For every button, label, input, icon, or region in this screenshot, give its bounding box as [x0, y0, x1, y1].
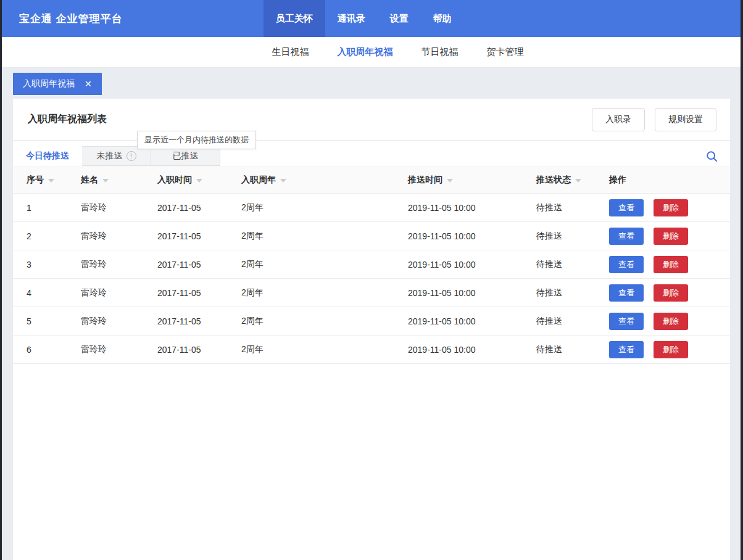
tooltip: 显示近一个月内待推送的数据: [137, 131, 256, 149]
cell-hire-date: 2017-11-05: [157, 345, 241, 355]
subnav-item-festival[interactable]: 节日祝福: [421, 46, 459, 58]
table-row: 5 雷玲玲 2017-11-05 2周年 2019-11-05 10:00 待推…: [13, 307, 730, 336]
column-header-4[interactable]: 推送时间: [408, 175, 536, 186]
cell-push-status: 待推送: [536, 231, 609, 242]
table-row: 3 雷玲玲 2017-11-05 2周年 2019-11-05 10:00 待推…: [13, 250, 730, 279]
column-header-0[interactable]: 序号: [27, 175, 81, 186]
cell-push-time: 2019-11-05 10:00: [408, 231, 536, 241]
cell-anniversary: 2周年: [241, 316, 408, 327]
column-header-3[interactable]: 入职周年: [241, 175, 408, 186]
delete-button[interactable]: 删除: [654, 284, 688, 302]
sort-caret-icon: [48, 179, 54, 183]
top-bar: 宝企通 企业管理平台 员工关怀 通讯录 设置 帮助: [2, 0, 741, 37]
nav-item-help[interactable]: 帮助: [421, 0, 464, 37]
nav-item-settings[interactable]: 设置: [378, 0, 421, 37]
table-row: 2 雷玲玲 2017-11-05 2周年 2019-11-05 10:00 待推…: [13, 222, 730, 250]
sort-caret-icon: [280, 179, 286, 183]
delete-button[interactable]: 删除: [654, 199, 688, 216]
tab-bar-spacer: [220, 146, 706, 166]
view-button[interactable]: 查看: [609, 256, 644, 273]
delete-button[interactable]: 删除: [654, 256, 688, 273]
column-header-5[interactable]: 推送状态: [536, 175, 609, 186]
view-button[interactable]: 查看: [609, 341, 644, 358]
subnav-item-birthday[interactable]: 生日祝福: [272, 46, 309, 58]
cell-name: 雷玲玲: [81, 231, 157, 242]
secondary-nav: 生日祝福 入职周年祝福 节日祝福 贺卡管理: [2, 37, 741, 68]
table-header-row: 序号姓名入职时间入职周年推送时间推送状态操作: [13, 167, 730, 194]
cell-push-time: 2019-11-05 10:00: [408, 345, 536, 355]
nav-item-contacts[interactable]: 通讯录: [325, 0, 378, 37]
view-button[interactable]: 查看: [609, 228, 644, 245]
cell-push-status: 待推送: [536, 344, 609, 355]
rule-settings-button[interactable]: 规则设置: [655, 108, 716, 131]
onboarding-record-button[interactable]: 入职录: [592, 108, 645, 131]
delete-button[interactable]: 删除: [654, 341, 688, 358]
delete-button[interactable]: 删除: [654, 313, 688, 330]
cell-push-time: 2019-11-05 10:00: [408, 316, 536, 326]
cell-name: 雷玲玲: [81, 344, 157, 355]
open-tab-chip-label: 入职周年祝福: [23, 78, 75, 89]
table-body: 1 雷玲玲 2017-11-05 2周年 2019-11-05 10:00 待推…: [13, 194, 730, 364]
cell-actions: 查看 删除: [609, 256, 730, 273]
cell-index: 3: [27, 260, 81, 270]
subnav-item-anniversary[interactable]: 入职周年祝福: [338, 46, 393, 58]
cell-actions: 查看 删除: [609, 228, 730, 245]
view-button[interactable]: 查看: [609, 313, 644, 330]
nav-item-employee-care[interactable]: 员工关怀: [264, 0, 325, 37]
cell-index: 5: [27, 316, 81, 326]
close-icon[interactable]: ✕: [85, 79, 92, 89]
view-button[interactable]: 查看: [609, 284, 644, 302]
cell-actions: 查看 删除: [609, 284, 730, 302]
column-header-2[interactable]: 入职时间: [157, 175, 241, 186]
cell-push-time: 2019-11-05 10:00: [408, 260, 536, 270]
top-nav: 员工关怀 通讯录 设置 帮助: [264, 0, 464, 37]
list-panel: 入职周年祝福列表 入职录 规则设置 显示近一个月内待推送的数据 今日待推送 未推…: [13, 99, 730, 560]
search-icon[interactable]: [706, 146, 730, 166]
sort-caret-icon: [102, 179, 109, 183]
cell-push-time: 2019-11-05 10:00: [408, 203, 536, 213]
cell-index: 2: [27, 231, 81, 241]
cell-actions: 查看 删除: [609, 313, 730, 330]
warning-circle-icon: !: [127, 151, 136, 161]
cell-name: 雷玲玲: [81, 316, 157, 327]
sort-caret-icon: [575, 179, 581, 183]
cell-hire-date: 2017-11-05: [157, 203, 241, 213]
panel-header: 入职周年祝福列表 入职录 规则设置: [13, 99, 730, 141]
cell-hire-date: 2017-11-05: [157, 231, 241, 241]
sort-caret-icon: [196, 179, 202, 183]
brand-title: 宝企通 企业管理平台: [2, 12, 123, 26]
cell-push-time: 2019-11-05 10:00: [408, 288, 536, 298]
column-header-6: 操作: [609, 175, 730, 186]
open-tab-chip[interactable]: 入职周年祝福 ✕: [13, 73, 102, 95]
cell-index: 4: [27, 288, 81, 298]
cell-hire-date: 2017-11-05: [157, 288, 241, 298]
cell-name: 雷玲玲: [81, 202, 157, 213]
cell-anniversary: 2周年: [241, 231, 408, 242]
cell-push-status: 待推送: [536, 259, 609, 270]
cell-index: 1: [27, 203, 81, 213]
cell-push-status: 待推送: [536, 316, 609, 327]
tab-today-pending[interactable]: 今日待推送: [13, 146, 82, 166]
view-button[interactable]: 查看: [609, 199, 644, 216]
cell-anniversary: 2周年: [241, 344, 408, 355]
sort-caret-icon: [447, 179, 453, 183]
filter-tab-bar: 今日待推送 未推送 ! 已推送: [13, 146, 730, 166]
content-area: 入职周年祝福 ✕ 入职周年祝福列表 入职录 规则设置 显示近一个月内待推送的数据…: [2, 68, 741, 560]
cell-push-status: 待推送: [536, 287, 609, 299]
app-window: 宝企通 企业管理平台 员工关怀 通讯录 设置 帮助 生日祝福 入职周年祝福 节日…: [0, 0, 743, 560]
cell-anniversary: 2周年: [241, 202, 408, 213]
cell-anniversary: 2周年: [241, 259, 408, 270]
subnav-item-greeting-cards[interactable]: 贺卡管理: [487, 46, 524, 58]
cell-anniversary: 2周年: [241, 287, 408, 299]
cell-name: 雷玲玲: [81, 259, 157, 270]
column-header-1[interactable]: 姓名: [81, 175, 157, 186]
delete-button[interactable]: 删除: [654, 228, 688, 245]
cell-actions: 查看 删除: [609, 199, 730, 216]
cell-actions: 查看 删除: [609, 341, 730, 358]
table-row: 6 雷玲玲 2017-11-05 2周年 2019-11-05 10:00 待推…: [13, 336, 730, 364]
panel-header-actions: 入职录 规则设置: [592, 108, 716, 131]
cell-name: 雷玲玲: [81, 287, 157, 299]
table-row: 1 雷玲玲 2017-11-05 2周年 2019-11-05 10:00 待推…: [13, 194, 730, 222]
page-title: 入职周年祝福列表: [28, 113, 107, 126]
cell-hire-date: 2017-11-05: [157, 316, 241, 326]
